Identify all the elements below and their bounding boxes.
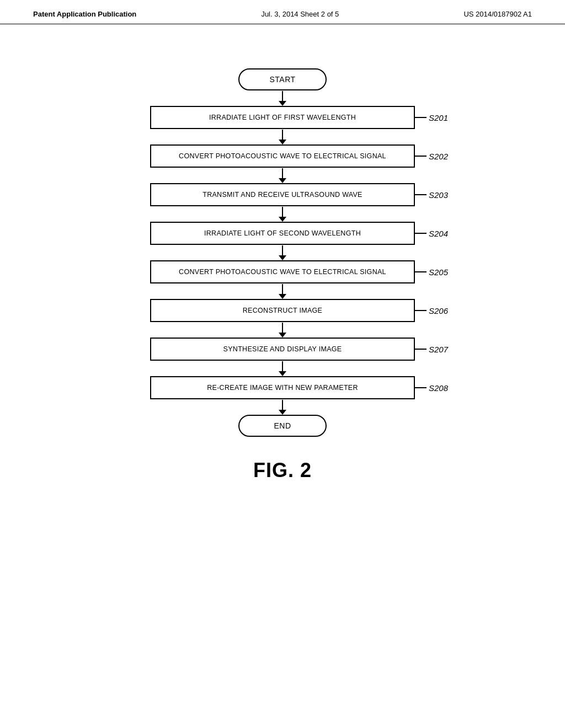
main-content: START IRRADIATE LIGHT OF FIRST WAVELENGT… [0,24,565,482]
arrow-head [279,178,286,183]
arrow-line [282,400,283,410]
step-s205-box: CONVERT PHOTOACOUSTIC WAVE TO ELECTRICAL… [150,260,415,283]
step-s203-wrapper: TRANSMIT AND RECEIVE ULTRASOUND WAVE S20… [117,183,448,206]
step-label-line [414,194,427,195]
step-s205-wrapper: CONVERT PHOTOACOUSTIC WAVE TO ELECTRICAL… [117,260,448,283]
step-s208-wrapper: RE-CREATE IMAGE WITH NEW PARAMETER S208 [117,376,448,399]
arrow-6 [279,322,286,338]
arrow-head [279,101,286,106]
arrow-2 [279,168,286,183]
arrow-line [282,207,283,217]
step-s203-box: TRANSMIT AND RECEIVE ULTRASOUND WAVE [150,183,415,206]
arrow-head [279,217,286,222]
arrow-head [279,255,286,260]
flowchart: START IRRADIATE LIGHT OF FIRST WAVELENGT… [117,68,448,437]
page: Patent Application Publication Jul. 3, 2… [0,0,565,728]
step-s207-wrapper: SYNTHESIZE AND DISPLAY IMAGE S207 [117,338,448,361]
step-label-line [414,387,427,388]
arrow-line [282,168,283,178]
start-oval: START [238,68,327,90]
step-s202-wrapper: CONVERT PHOTOACOUSTIC WAVE TO ELECTRICAL… [117,144,448,168]
arrow-5 [279,283,286,299]
step-s206-box: RECONSTRUCT IMAGE [150,299,415,322]
step-s204-box: IRRADIATE LIGHT OF SECOND WAVELENGTH [150,222,415,245]
arrow-line [282,245,283,255]
step-s208-box: RE-CREATE IMAGE WITH NEW PARAMETER [150,376,415,399]
step-label-line [414,271,427,272]
arrow-8 [279,399,286,415]
header-right: US 2014/0187902 A1 [463,10,532,18]
step-s208-label: S208 [414,383,448,393]
arrow-line [282,91,283,101]
step-s202-box: CONVERT PHOTOACOUSTIC WAVE TO ELECTRICAL… [150,144,415,168]
arrow-line [282,361,283,371]
step-label-line [414,310,427,311]
step-s206-wrapper: RECONSTRUCT IMAGE S206 [117,299,448,322]
step-label-line [414,117,427,118]
arrow-head [279,294,286,299]
step-s201-wrapper: IRRADIATE LIGHT OF FIRST WAVELENGTH S201 [117,106,448,129]
arrow-head [279,410,286,415]
step-label-line [414,156,427,157]
arrow-head [279,140,286,144]
step-s201-label: S201 [414,113,448,122]
arrow-4 [279,245,286,260]
arrow-0 [279,90,286,106]
step-label-line [414,233,427,234]
end-oval: END [238,415,327,437]
header-left: Patent Application Publication [33,10,136,18]
step-s203-label: S203 [414,190,448,200]
step-s201-box: IRRADIATE LIGHT OF FIRST WAVELENGTH [150,106,415,129]
arrow-head [279,333,286,338]
arrow-7 [279,361,286,376]
step-s204-label: S204 [414,229,448,238]
step-s204-wrapper: IRRADIATE LIGHT OF SECOND WAVELENGTH S20… [117,222,448,245]
arrow-line [282,323,283,333]
step-label-line [414,349,427,350]
step-s206-label: S206 [414,306,448,315]
arrow-3 [279,206,286,222]
arrow-line [282,130,283,140]
header-center: Jul. 3, 2014 Sheet 2 of 5 [261,10,339,18]
header: Patent Application Publication Jul. 3, 2… [0,0,565,24]
step-s207-box: SYNTHESIZE AND DISPLAY IMAGE [150,338,415,361]
step-s205-label: S205 [414,267,448,277]
figure-label: FIG. 2 [253,459,312,482]
arrow-line [282,284,283,294]
arrow-1 [279,129,286,144]
step-s207-label: S207 [414,345,448,354]
step-s202-label: S202 [414,152,448,161]
arrow-head [279,371,286,376]
